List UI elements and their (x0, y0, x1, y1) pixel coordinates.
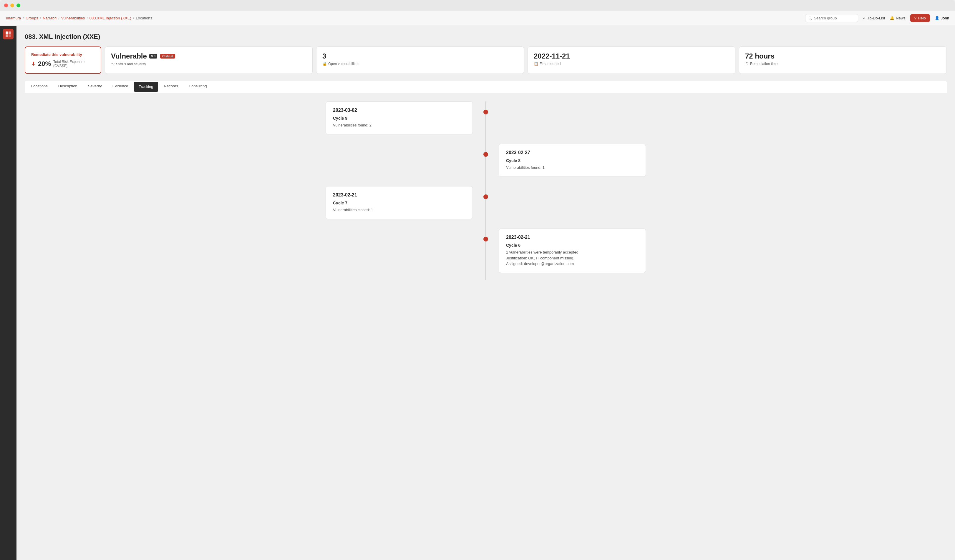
remediation-time-value: 72 hours (745, 52, 775, 60)
news-label: News (896, 16, 905, 20)
status-value: Vulnerable (111, 52, 147, 60)
timeline-dot-4 (484, 237, 488, 242)
breadcrumb-imamura[interactable]: Imamura (6, 16, 21, 20)
sidebar-logo[interactable] (3, 29, 14, 39)
breadcrumb-vuln-name[interactable]: 083.XML Injection (XXE) (89, 16, 131, 20)
first-reported-label: First reported (540, 62, 560, 66)
news-nav[interactable]: 🔔 News (890, 16, 905, 20)
svg-rect-2 (6, 31, 8, 34)
remediation-time-main: 72 hours (745, 52, 941, 60)
status-main: Vulnerable 9.8 Critical (111, 52, 307, 60)
svg-rect-5 (9, 34, 11, 37)
user-icon: 👤 (935, 16, 939, 20)
window-chrome (0, 0, 955, 11)
down-arrow-icon: ⬇ (31, 61, 36, 67)
timeline-right-4: 2023-02-21 Cycle 6 1 vulnerabilities wer… (486, 229, 947, 273)
logo-icon (5, 31, 11, 37)
timeline-row-1: 2023-03-02 Cycle 9 Vulnerabilities found… (25, 101, 947, 137)
first-reported-sub: 📋 First reported (534, 61, 729, 66)
close-btn[interactable] (4, 3, 8, 7)
check-icon: ✓ (863, 16, 866, 20)
critical-badge: Critical (160, 54, 175, 59)
timeline-date-3: 2023-02-21 (333, 192, 465, 198)
first-reported-main: 2022-11-21 (534, 52, 729, 60)
timeline-desc-4: 1 vulnerabilities were temporarily accep… (506, 250, 639, 267)
remediate-value: ⬇ 20% Total Risk Exposure (CVSSF) (31, 60, 95, 68)
remediation-time-label: Remediation time (750, 62, 778, 66)
timeline-row-3: 2023-02-21 Cycle 7 Vulnerabilities close… (25, 186, 947, 222)
remediate-card: Remediate this vulnerability ⬇ 20% Total… (25, 47, 101, 74)
status-card: Vulnerable 9.8 Critical 〜 Status and sev… (105, 47, 313, 74)
timeline-row-2: 2023-02-27 Cycle 8 Vulnerabilities found… (25, 144, 947, 179)
timeline-cycle-2: Cycle 8 (506, 158, 639, 163)
svg-rect-4 (6, 34, 8, 37)
open-vulns-value: 3 (323, 52, 326, 60)
timeline-left-1: 2023-03-02 Cycle 9 Vulnerabilities found… (25, 101, 486, 134)
svg-rect-3 (9, 31, 11, 34)
tab-records[interactable]: Records (159, 81, 183, 93)
nav-right: ✓ To-Do-List 🔔 News ? Help 👤 John (805, 14, 949, 22)
minimize-btn[interactable] (10, 3, 14, 7)
search-input[interactable] (814, 16, 855, 20)
timeline-date-1: 2023-03-02 (333, 108, 465, 113)
user-name: John (941, 16, 949, 20)
timeline-card-cycle8: 2023-02-27 Cycle 8 Vulnerabilities found… (499, 144, 646, 177)
help-icon: ? (914, 16, 916, 20)
remediation-time-card: 72 hours ⏱ Remediation time (739, 47, 947, 74)
stats-row: Remediate this vulnerability ⬇ 20% Total… (25, 47, 947, 74)
timeline-date-4: 2023-02-21 (506, 235, 639, 240)
tab-consulting[interactable]: Consulting (183, 81, 212, 93)
tab-description[interactable]: Description (53, 81, 83, 93)
help-button[interactable]: ? Help (910, 14, 930, 22)
timeline-dot-2 (484, 152, 488, 157)
timeline-card-cycle6: 2023-02-21 Cycle 6 1 vulnerabilities wer… (499, 229, 646, 273)
todo-list-nav[interactable]: ✓ To-Do-List (863, 16, 885, 20)
remediate-sub-label: Total Risk Exposure (CVSSF) (53, 60, 95, 68)
timeline-card-cycle9: 2023-03-02 Cycle 9 Vulnerabilities found… (326, 101, 473, 134)
tabs-bar: Locations Description Severity Evidence … (25, 81, 947, 93)
main-layout: 083. XML Injection (XXE) Remediate this … (0, 26, 955, 560)
timeline-dot-1 (484, 110, 488, 114)
top-nav: Imamura / Groups / Narrabri / Vulnerabil… (0, 11, 955, 26)
timeline-date-2: 2023-02-27 (506, 150, 639, 155)
timeline-desc-1: Vulnerabilities found: 2 (333, 122, 465, 128)
first-reported-card: 2022-11-21 📋 First reported (528, 47, 735, 74)
open-vulns-card: 3 🔒 Open vulnerabilities (316, 47, 524, 74)
tab-evidence[interactable]: Evidence (107, 81, 133, 93)
remediate-title: Remediate this vulnerability (31, 52, 95, 57)
timeline-card-cycle7: 2023-02-21 Cycle 7 Vulnerabilities close… (326, 186, 473, 219)
remediate-percentage: 20% (38, 60, 51, 68)
search-box[interactable] (805, 14, 858, 22)
timeline-cycle-3: Cycle 7 (333, 201, 465, 205)
breadcrumb-vulnerabilities[interactable]: Vulnerabilities (61, 16, 85, 20)
timeline-row-4: 2023-02-21 Cycle 6 1 vulnerabilities wer… (25, 229, 947, 273)
timeline-desc-2: Vulnerabilities found: 1 (506, 165, 639, 171)
breadcrumb-narrabri[interactable]: Narrabri (43, 16, 56, 20)
status-sub-label: Status and severity (116, 62, 146, 66)
tab-locations[interactable]: Locations (26, 81, 53, 93)
score-badge: 9.8 (149, 54, 157, 59)
maximize-btn[interactable] (17, 3, 20, 7)
timeline-left-3: 2023-02-21 Cycle 7 Vulnerabilities close… (25, 186, 486, 219)
clock-icon: ⏱ (745, 61, 749, 66)
open-vulns-sub: 🔒 Open vulnerabilities (323, 61, 518, 66)
lock-icon: 🔒 (323, 61, 327, 66)
timeline-dot-3 (484, 194, 488, 199)
sidebar (0, 26, 17, 560)
timeline: 2023-03-02 Cycle 9 Vulnerabilities found… (25, 101, 947, 280)
main-content: 083. XML Injection (XXE) Remediate this … (17, 26, 955, 560)
tab-severity[interactable]: Severity (83, 81, 107, 93)
tab-tracking[interactable]: Tracking (134, 82, 158, 92)
page-title: 083. XML Injection (XXE) (25, 33, 947, 41)
user-menu[interactable]: 👤 John (935, 16, 949, 20)
news-icon: 🔔 (890, 16, 894, 20)
timeline-right-2: 2023-02-27 Cycle 8 Vulnerabilities found… (486, 144, 947, 177)
help-label: Help (918, 16, 926, 20)
todo-label: To-Do-List (867, 16, 885, 20)
calendar-icon: 📋 (534, 61, 539, 66)
timeline-desc-3: Vulnerabilities closed: 1 (333, 207, 465, 213)
open-vulns-main: 3 (323, 52, 518, 60)
svg-line-1 (811, 19, 812, 20)
timeline-cycle-1: Cycle 9 (333, 116, 465, 120)
breadcrumb-groups[interactable]: Groups (26, 16, 38, 20)
